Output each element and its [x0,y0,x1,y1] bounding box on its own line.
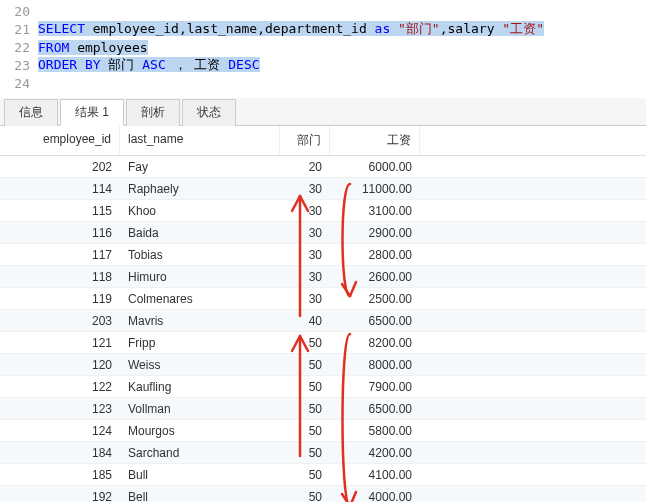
table-row[interactable]: 114Raphaely3011000.00 [0,178,646,200]
app-root: 2021SELECT employee_id,last_name,departm… [0,0,646,502]
cell-employee_id: 192 [0,488,120,503]
cell-employee_id: 115 [0,202,120,220]
cell-employee_id: 202 [0,158,120,176]
tab-剖析[interactable]: 剖析 [126,99,180,126]
code-content[interactable]: SELECT employee_id,last_name,department_… [38,20,544,38]
column-header-employee_id[interactable]: employee_id [0,126,120,155]
cell-last_name: Vollman [120,400,280,418]
cell-last_name: Baida [120,224,280,242]
table-row[interactable]: 202Fay206000.00 [0,156,646,178]
cell-salary: 4000.00 [330,488,420,503]
cell-dept: 50 [280,400,330,418]
cell-last_name: Khoo [120,202,280,220]
result-tabs: 信息结果 1剖析状态 [0,98,646,126]
cell-dept: 40 [280,312,330,330]
cell-last_name: Himuro [120,268,280,286]
cell-salary: 4200.00 [330,444,420,462]
table-row[interactable]: 117Tobias302800.00 [0,244,646,266]
cell-salary: 8200.00 [330,334,420,352]
editor-line[interactable]: 21SELECT employee_id,last_name,departmen… [0,20,646,38]
tab-状态[interactable]: 状态 [182,99,236,126]
column-header-salary[interactable]: 工资 [330,126,420,155]
cell-salary: 3100.00 [330,202,420,220]
cell-last_name: Mourgos [120,422,280,440]
cell-employee_id: 114 [0,180,120,198]
cell-dept: 30 [280,180,330,198]
cell-dept: 20 [280,158,330,176]
cell-employee_id: 118 [0,268,120,286]
cell-last_name: Kaufling [120,378,280,396]
editor-line[interactable]: 23ORDER BY 部门 ASC ， 工资 DESC [0,56,646,74]
cell-last_name: Raphaely [120,180,280,198]
table-row[interactable]: 123Vollman506500.00 [0,398,646,420]
table-row[interactable]: 115Khoo303100.00 [0,200,646,222]
cell-dept: 30 [280,202,330,220]
table-row[interactable]: 192Bell504000.00 [0,486,646,502]
cell-salary: 6500.00 [330,312,420,330]
grid-body[interactable]: 202Fay206000.00114Raphaely3011000.00115K… [0,156,646,502]
code-content[interactable]: FROM employees [38,40,148,55]
table-row[interactable]: 184Sarchand504200.00 [0,442,646,464]
table-row[interactable]: 122Kaufling507900.00 [0,376,646,398]
cell-dept: 50 [280,444,330,462]
cell-last_name: Weiss [120,356,280,374]
editor-line[interactable]: 22FROM employees [0,38,646,56]
cell-employee_id: 116 [0,224,120,242]
cell-salary: 4100.00 [330,466,420,484]
cell-employee_id: 120 [0,356,120,374]
table-row[interactable]: 119Colmenares302500.00 [0,288,646,310]
tab-结果 1[interactable]: 结果 1 [60,99,124,126]
cell-last_name: Sarchand [120,444,280,462]
cell-salary: 2600.00 [330,268,420,286]
cell-dept: 50 [280,356,330,374]
cell-employee_id: 203 [0,312,120,330]
sql-editor[interactable]: 2021SELECT employee_id,last_name,departm… [0,0,646,94]
table-row[interactable]: 185Bull504100.00 [0,464,646,486]
cell-last_name: Fay [120,158,280,176]
cell-employee_id: 117 [0,246,120,264]
line-number: 20 [0,4,38,19]
editor-line[interactable]: 20 [0,2,646,20]
cell-dept: 30 [280,224,330,242]
result-grid: employee_idlast_name部门工资 202Fay206000.00… [0,126,646,502]
cell-salary: 8000.00 [330,356,420,374]
cell-last_name: Fripp [120,334,280,352]
table-row[interactable]: 121Fripp508200.00 [0,332,646,354]
line-number: 23 [0,58,38,73]
cell-dept: 30 [280,246,330,264]
cell-salary: 7900.00 [330,378,420,396]
cell-salary: 11000.00 [330,180,420,198]
cell-employee_id: 122 [0,378,120,396]
cell-salary: 5800.00 [330,422,420,440]
cell-dept: 30 [280,290,330,308]
table-row[interactable]: 116Baida302900.00 [0,222,646,244]
cell-salary: 6500.00 [330,400,420,418]
table-row[interactable]: 203Mavris406500.00 [0,310,646,332]
line-number: 24 [0,76,38,91]
code-content[interactable]: ORDER BY 部门 ASC ， 工资 DESC [38,56,260,74]
table-row[interactable]: 118Himuro302600.00 [0,266,646,288]
table-row[interactable]: 120Weiss508000.00 [0,354,646,376]
cell-salary: 6000.00 [330,158,420,176]
cell-employee_id: 123 [0,400,120,418]
cell-salary: 2800.00 [330,246,420,264]
line-number: 22 [0,40,38,55]
cell-employee_id: 185 [0,466,120,484]
cell-dept: 50 [280,334,330,352]
cell-salary: 2500.00 [330,290,420,308]
cell-dept: 50 [280,488,330,503]
cell-employee_id: 119 [0,290,120,308]
grid-header: employee_idlast_name部门工资 [0,126,646,156]
cell-employee_id: 124 [0,422,120,440]
cell-employee_id: 184 [0,444,120,462]
column-header-last_name[interactable]: last_name [120,126,280,155]
cell-employee_id: 121 [0,334,120,352]
table-row[interactable]: 124Mourgos505800.00 [0,420,646,442]
column-header-dept[interactable]: 部门 [280,126,330,155]
cell-last_name: Bull [120,466,280,484]
cell-last_name: Bell [120,488,280,503]
cell-dept: 50 [280,466,330,484]
editor-line[interactable]: 24 [0,74,646,92]
tab-信息[interactable]: 信息 [4,99,58,126]
cell-salary: 2900.00 [330,224,420,242]
